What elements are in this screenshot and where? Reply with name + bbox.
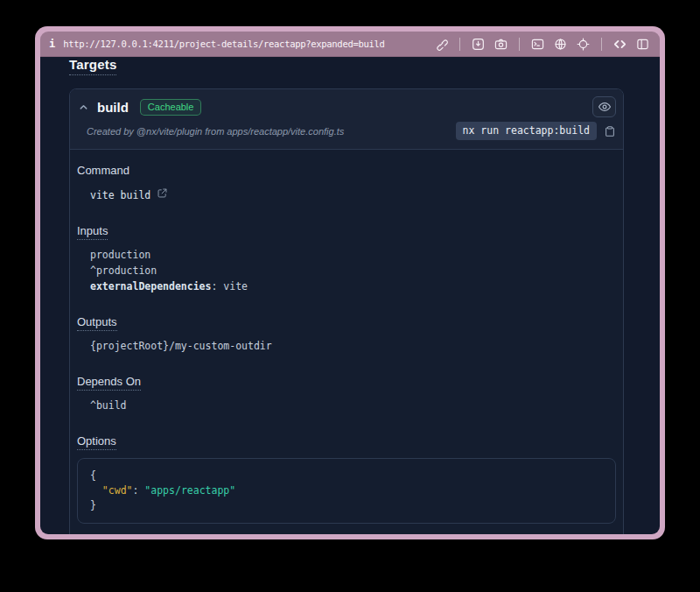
json-close-brace: } (90, 498, 603, 513)
json-open-brace: { (90, 469, 603, 483)
output-item: {projectRoot}/my-custom-outdir (90, 338, 616, 354)
input-item: production (90, 247, 616, 263)
camera-icon[interactable] (493, 36, 509, 53)
command-section: Command vite build (77, 164, 616, 203)
json-cwd-line: "cwd": "apps/reactapp" (90, 483, 603, 498)
outputs-label: Outputs (77, 315, 616, 328)
toolbar-actions (433, 36, 651, 53)
cacheable-badge: Cacheable (140, 99, 202, 116)
chevron-up-icon[interactable] (79, 102, 88, 112)
browser-window: i http://127.0.0.1:4211/project-details/… (35, 26, 665, 539)
inputs-section: Inputs production ^production externalDe… (77, 224, 616, 294)
created-by-text: Created by @nx/vite/plugin from apps/rea… (87, 126, 344, 137)
target-name[interactable]: build (97, 100, 129, 115)
globe-icon[interactable] (552, 36, 569, 53)
page-title: Targets (69, 57, 116, 75)
build-card-header: build Cacheable Created by @nx/vite/plug… (70, 89, 623, 150)
options-label: Options (77, 434, 616, 448)
inputs-label: Inputs (77, 224, 616, 237)
toolbar-divider (601, 38, 602, 51)
project-details-page: Targets build Cacheable Created by @nx/v… (40, 57, 660, 534)
input-item: ^production (90, 263, 616, 278)
command-value: vite build (90, 187, 150, 203)
copy-icon[interactable] (604, 125, 616, 137)
toolbar-divider (519, 38, 520, 51)
url-bar[interactable]: http://127.0.0.1:4211/project-details/re… (63, 39, 433, 49)
outputs-section: Outputs {projectRoot}/my-custom-outdir (77, 315, 616, 354)
link-icon[interactable] (433, 36, 450, 53)
browser-toolbar: i http://127.0.0.1:4211/project-details/… (40, 32, 660, 57)
target-card-build: build Cacheable Created by @nx/vite/plug… (69, 88, 624, 534)
info-icon: i (49, 38, 55, 50)
external-link-icon (157, 187, 168, 203)
target-icon[interactable] (575, 36, 592, 53)
view-target-graph-button[interactable] (592, 96, 616, 117)
build-card-body: Command vite build Inputs production (70, 150, 623, 534)
command-link[interactable]: vite build (90, 187, 168, 203)
split-view-icon[interactable] (634, 36, 651, 53)
toolbar-divider (459, 38, 460, 51)
input-item: externalDependencies: vite (90, 278, 616, 294)
depends-on-section: Depends On ^build (77, 375, 616, 413)
code-icon[interactable] (612, 36, 628, 53)
depends-on-label: Depends On (77, 375, 616, 388)
run-command-chip[interactable]: nx run reactapp:build (456, 122, 597, 140)
options-section: Options { "cwd": "apps/reactapp" } (77, 434, 616, 524)
depends-on-item: ^build (90, 398, 616, 413)
terminal-icon[interactable] (529, 36, 546, 53)
download-icon[interactable] (470, 36, 486, 53)
command-label: Command (77, 164, 616, 177)
options-json-block: { "cwd": "apps/reactapp" } (77, 458, 616, 524)
